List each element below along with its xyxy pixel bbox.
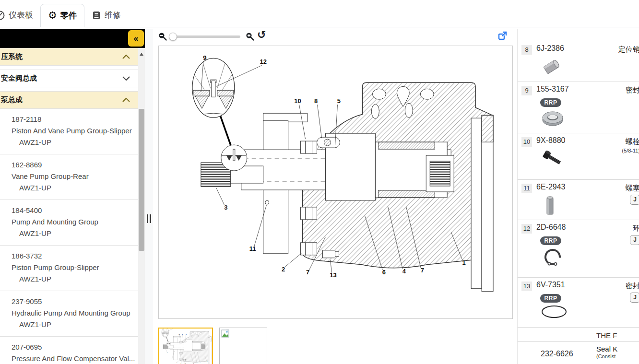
diagram-callout-1: 1 [462, 259, 466, 266]
part-row-9X-8880: 109X-8880螺栓(5/8-11) [518, 133, 639, 179]
part-code: 207-0695 [12, 341, 138, 353]
diagram-callout-5: 5 [337, 97, 341, 105]
sidebar-item-162-8869[interactable]: 162-8869Vane Pump Group-Rear AWZ1-UP [0, 154, 138, 200]
tab-service[interactable]: 维修 [84, 3, 128, 27]
thumbnail-page-2[interactable] [219, 328, 267, 364]
part-serial-range: AWZ1-UP [12, 228, 138, 239]
sidebar-item-207-0695[interactable]: 207-0695Pressure And Flow Compensator Va… [0, 337, 138, 364]
diagram-callout-7: 7 [181, 363, 182, 364]
sidebar-section-label: 压系统 [1, 52, 23, 61]
sidebar-item-184-5400[interactable]: 184-5400Pump And Mounting Group AWZ1-UP [0, 200, 138, 246]
part-serial-range: AWZ1-UP [12, 319, 138, 330]
parts-note-row: THE F [518, 327, 639, 341]
sidebar-tree: 压系统 安全阀总成 泵总成 187-2118Piston And Vane Pu… [0, 48, 138, 364]
tab-parts[interactable]: ⚙ 零件 [40, 4, 84, 27]
part-number-link[interactable]: 6J-2386 [536, 44, 564, 53]
part-name: 螺栓(5/8-11) [622, 137, 639, 155]
diagram-canvas[interactable]: 912108531127136471 [158, 46, 513, 319]
part-name-sub: (Consist [596, 353, 617, 359]
sidebar-item-237-9055[interactable]: 237-9055Hydraulic Pump And Mounting Grou… [0, 291, 138, 337]
part-name: 环J [630, 224, 639, 245]
sidebar-collapse-button[interactable]: « [128, 30, 144, 47]
rrp-badge: RRP [540, 236, 561, 245]
diagram-callout-11: 11 [249, 245, 256, 252]
diagram-callout-2: 2 [282, 266, 285, 273]
part-title: Vane Pump Group-Rear [12, 171, 138, 182]
panel-resize-handle[interactable] [147, 214, 151, 223]
diagram-callout-3: 3 [167, 352, 168, 352]
sidebar-section-safety-valve[interactable]: 安全阀总成 [0, 70, 138, 87]
gear-icon: ⚙ [48, 11, 57, 21]
part-name: 定位销 [618, 45, 639, 54]
part-number-link[interactable]: 155-3167 [536, 85, 569, 94]
ref-number-badge: 8 [521, 45, 532, 55]
thumbnail-diagram-preview: 912108531127136471 [159, 329, 212, 364]
tab-parts-label: 零件 [60, 10, 77, 21]
sidebar-section-label: 安全阀总成 [1, 74, 37, 83]
sidebar-scrollbar-up-icon[interactable] [140, 53, 143, 56]
parts-diagram: 912108531127136471 [159, 46, 513, 319]
part-row-2D-6648: 122D-6648环JRRP [518, 220, 639, 277]
ref-number-badge: 13 [521, 282, 532, 291]
part-name: 密封J [626, 282, 639, 303]
part-number-link[interactable]: 232-6626 [541, 350, 573, 358]
sidebar-section-hydraulic-system[interactable]: 压系统 [0, 48, 138, 66]
part-serial-range: AWZ1-UP [12, 137, 138, 148]
j-badge: J [630, 235, 639, 245]
j-badge: J [630, 195, 639, 205]
part-row-6J-2386: 86J-2386定位销 [518, 41, 639, 82]
part-title: Hydraulic Pump And Mounting Group [12, 307, 138, 319]
part-number-link[interactable]: 6V-7351 [536, 281, 565, 289]
part-title: Piston Pump Group-Slipper [12, 262, 138, 273]
zoom-out-icon[interactable] [158, 32, 167, 41]
diagram-callout-8: 8 [314, 97, 318, 105]
part-code: 237-9055 [12, 296, 138, 307]
part-title: Pump And Mounting Group [12, 216, 138, 228]
sidebar-scrollbar-thumb[interactable] [139, 109, 144, 251]
ref-number-badge: 10 [521, 137, 532, 147]
dowel-pin-icon [540, 57, 639, 77]
sidebar-section-label: 泵总成 [1, 95, 23, 105]
ref-number-badge: 9 [521, 86, 532, 95]
part-title: Piston And Vane Pump Group-Slipper [12, 125, 138, 137]
parts-list-panel: 86J-2386定位销 9155-3167密封RRP 109X-8880螺栓(5… [518, 29, 639, 364]
sidebar-item-186-3732[interactable]: 186-3732Piston Pump Group-Slipper AWZ1-U… [0, 246, 138, 291]
tab-dashboard[interactable]: 仪表板 [0, 3, 40, 27]
diagram-callout-10: 10 [294, 97, 301, 105]
seal-ring-icon [540, 109, 639, 128]
zoom-in-icon[interactable] [246, 32, 254, 41]
top-tab-bar: 仪表板 ⚙ 零件 维修 [0, 0, 639, 27]
part-name-sub: (5/8-11) [622, 148, 639, 153]
sidebar-header-bar: « [0, 29, 148, 48]
diagram-callout-2: 2 [177, 362, 178, 363]
chevron-up-icon [122, 97, 130, 103]
part-title: Pressure And Flow Compensator Val... [12, 353, 138, 364]
part-row-6E-2943: 116E-2943螺塞J [518, 179, 639, 220]
part-number-link[interactable]: 9X-8880 [536, 136, 566, 145]
zoom-slider-track[interactable] [169, 35, 240, 38]
rrp-badge: RRP [540, 294, 561, 303]
diagram-callout-11: 11 [171, 359, 173, 360]
diagram-callout-6: 6 [193, 363, 194, 364]
part-number-link[interactable]: 6E-2943 [536, 183, 566, 191]
reset-view-icon[interactable]: ↺ [257, 30, 266, 40]
open-external-icon[interactable] [498, 31, 507, 40]
book-icon [92, 11, 101, 20]
sidebar-item-187-2118[interactable]: 187-2118Piston And Vane Pump Group-Slipp… [0, 109, 138, 154]
diagram-callout-12: 12 [260, 58, 266, 65]
diagram-callout-7: 7 [306, 269, 309, 276]
part-number-link[interactable]: 2D-6648 [536, 223, 566, 232]
part-serial-range: AWZ1-UP [12, 182, 138, 194]
broken-image-icon [221, 329, 230, 338]
zoom-slider-knob[interactable] [169, 33, 177, 41]
diagram-callout-8: 8 [182, 334, 183, 335]
diagram-callout-13: 13 [185, 363, 186, 364]
parts-catalog-app: 仪表板 ⚙ 零件 维修 « 压系统 安全阀总成 泵总成 187-2118Pist… [0, 0, 639, 364]
part-code: 187-2118 [12, 114, 138, 125]
thumbnail-page-1[interactable]: 912108531127136471 [158, 328, 213, 364]
sidebar-section-pump-assembly[interactable]: 泵总成 [0, 91, 138, 109]
o-ring-icon [540, 305, 639, 319]
part-code: 186-3732 [12, 250, 138, 262]
tab-dashboard-label: 仪表板 [9, 10, 33, 21]
chevron-down-icon [122, 76, 130, 81]
